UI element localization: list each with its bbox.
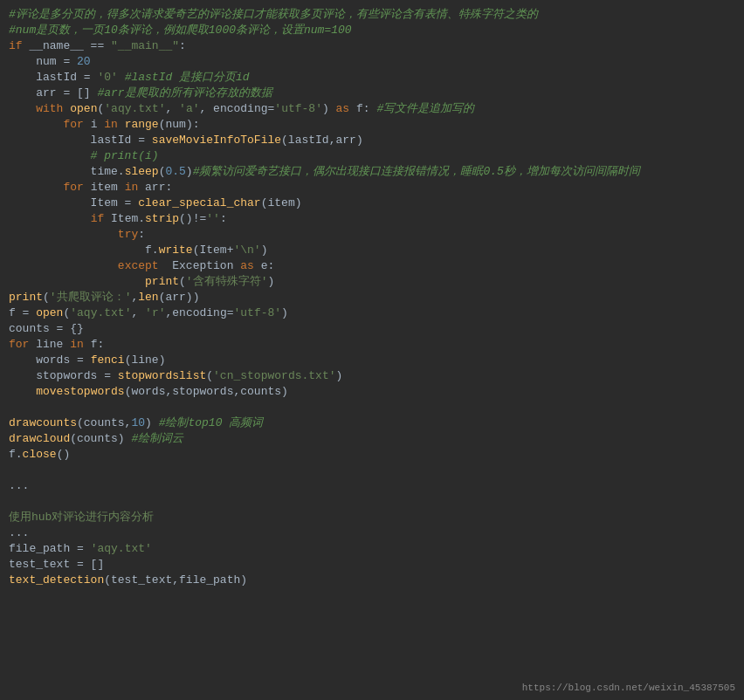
code-line-1: #评论是多分页的，得多次请求爱奇艺的评论接口才能获取多页评论，有些评论含有表情、… [9, 7, 735, 23]
code-line-34: ... [9, 525, 735, 541]
code-line-25: movestopwords(words,stopwords,counts) [9, 384, 735, 400]
code-line-32 [9, 494, 735, 510]
code-line-26 [9, 400, 735, 415]
code-line-18: print('含有特殊字符') [9, 274, 735, 290]
code-line-15: try: [9, 227, 735, 243]
code-line-20: f = open('aqy.txt', 'r',encoding='utf-8'… [9, 305, 735, 321]
code-line-17: except Exception as e: [9, 258, 735, 274]
code-line-21: counts = {} [9, 321, 735, 337]
code-line-8: for i in range(num): [9, 117, 735, 133]
code-line-37: text_detection(test_text,file_path) [9, 573, 735, 588]
code-line-19: print('共爬取评论：',len(arr)) [9, 290, 735, 305]
code-line-10: # print(i) [9, 148, 735, 164]
code-line-36: test_text = [] [9, 557, 735, 573]
code-line-29: f.close() [9, 447, 735, 463]
code-line-24: stopwords = stopwordslist('cn_stopwords.… [9, 368, 735, 384]
code-editor: #评论是多分页的，得多次请求爱奇艺的评论接口才能获取多页评论，有些评论含有表情、… [0, 0, 744, 700]
code-line-3: if __name__ == "__main__": [9, 38, 735, 54]
code-line-12: for item in arr: [9, 180, 735, 196]
url-bar: https://blog.csdn.net/weixin_45387505 [522, 683, 735, 693]
code-line-30 [9, 463, 735, 478]
code-line-22: for line in f: [9, 337, 735, 353]
code-line-16: f.write(Item+'\n') [9, 243, 735, 258]
code-line-13: Item = clear_special_char(item) [9, 196, 735, 211]
code-line-27: drawcounts(counts,10) #绘制top10 高频词 [9, 415, 735, 431]
code-line-28: drawcloud(counts) #绘制词云 [9, 431, 735, 447]
code-line-5: lastId = '0' #lastId 是接口分页id [9, 70, 735, 86]
code-line-23: words = fenci(line) [9, 353, 735, 368]
code-line-7: with open('aqy.txt', 'a', encoding='utf-… [9, 101, 735, 117]
code-line-11: time.sleep(0.5)#频繁访问爱奇艺接口，偶尔出现接口连接报错情况，睡… [9, 164, 735, 180]
code-line-31: ... [9, 478, 735, 494]
code-line-14: if Item.strip()!='': [9, 211, 735, 227]
code-line-35: file_path = 'aqy.txt' [9, 541, 735, 557]
code-line-4: num = 20 [9, 54, 735, 70]
code-line-6: arr = [] #arr是爬取的所有评论存放的数据 [9, 86, 735, 101]
code-line-2: #num是页数，一页10条评论，例如爬取1000条评论，设置num=100 [9, 23, 735, 38]
code-line-9: lastId = saveMovieInfoToFile(lastId,arr) [9, 133, 735, 148]
code-line-33: 使用hub对评论进行内容分析 [9, 510, 735, 525]
